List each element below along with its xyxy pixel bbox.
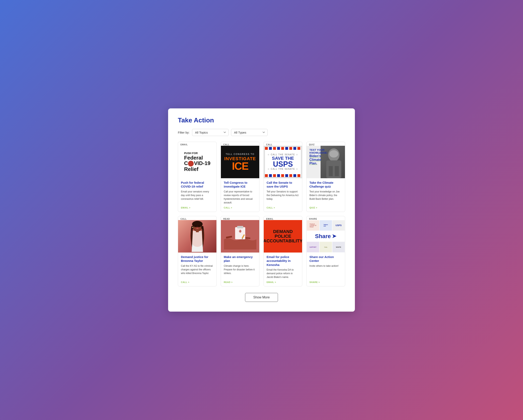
svg-point-13: [190, 226, 205, 247]
card-image-emergency: [221, 220, 259, 252]
share-arrow-icon: ➤: [332, 233, 336, 239]
card-covid: EMAIL PUSH FOR FederalCVID-19Relief Push…: [178, 142, 217, 212]
card-image-quiz: TEST YOURKNOWLEDGE: Biden'sClimatePlan.: [307, 146, 345, 178]
card-title-usps: Call the Senate to save the USPS: [267, 181, 299, 189]
quiz-text: TEST YOURKNOWLEDGE: Biden'sClimatePlan.: [310, 149, 328, 165]
quiz-biden-label: Biden'sClimatePlan.: [310, 154, 328, 165]
svg-rect-18: [237, 226, 243, 228]
usps-call-label: ☆ CALL THE SENATE ☆: [268, 153, 298, 156]
card-tag-police: EMAIL: [264, 216, 302, 220]
share-cell-3: USPS: [332, 220, 345, 231]
covid-push-label: PUSH FOR: [184, 152, 211, 155]
svg-rect-1: [326, 160, 341, 178]
card-body-police: Email for police accountability in Kenos…: [264, 252, 302, 286]
svg-point-9: [198, 226, 200, 227]
card-body-ice: Tell Congress to investigate ICE Call yo…: [221, 178, 259, 212]
card-title-emergency: Make an emergency plan: [224, 255, 256, 263]
svg-rect-3: [335, 166, 339, 176]
card-image-usps: ☆ CALL THE SENATE ☆ SAVE THE USPS ☆ CALL…: [264, 146, 302, 178]
card-ice: CALL TELL CONGRESS TO INVESTIGATE ICE Te…: [221, 142, 260, 212]
share-cell-6: WHITE: [332, 242, 345, 252]
covid-title-text: FederalCVID-19Relief: [184, 155, 211, 172]
topics-filter[interactable]: All Topics Climate Criminal Justice Heal…: [192, 129, 229, 136]
card-body-usps: Call the Senate to save the USPS Tell yo…: [264, 178, 302, 212]
card-tag-covid: EMAIL: [178, 142, 216, 146]
card-tag-share: SHARE: [307, 216, 345, 220]
card-desc-police: Email the Kenosha DA to demand police re…: [267, 268, 299, 279]
usps-logo-text: USPS: [268, 161, 298, 168]
card-title-share: Share our Action Center: [310, 255, 342, 263]
svg-point-11: [192, 227, 193, 228]
svg-point-4: [329, 150, 338, 158]
card-title-police: Email for police accountability in Kenos…: [267, 255, 299, 267]
card-title-ice: Tell Congress to investigate ICE: [224, 181, 256, 189]
card-desc-emergency: Climate change is here. Prepare for disa…: [224, 264, 256, 279]
card-image-share: FederalCOVID-19Relief VotersAct USPS Sha…: [307, 220, 345, 252]
share-word: Share: [315, 233, 331, 240]
card-title-breonna: Demand justice for Breonna Taylor: [181, 255, 213, 263]
card-link-usps[interactable]: CALL >: [267, 206, 299, 209]
svg-point-8: [195, 226, 196, 227]
card-image-covid: PUSH FOR FederalCVID-19Relief: [178, 146, 216, 178]
usps-border-top: [265, 147, 301, 150]
card-share: SHARE FederalCOVID-19Relief VotersAct US…: [306, 216, 345, 287]
card-quiz: QUIZ TEST YOURKNOWLEDGE: Biden'sClimateP…: [306, 142, 345, 212]
card-body-quiz: Take the Climate Challenge quiz Test you…: [307, 178, 345, 212]
svg-rect-2: [329, 166, 333, 176]
ice-sub-label: TELL CONGRESS TO: [226, 153, 255, 155]
card-desc-ice: Call your representative to review repor…: [224, 190, 256, 204]
quiz-test-label: TEST YOURKNOWLEDGE:: [310, 149, 328, 154]
cards-grid: EMAIL PUSH FOR FederalCVID-19Relief Push…: [178, 142, 345, 287]
page-title: Take Action: [178, 117, 345, 124]
card-tag-ice: CALL: [221, 142, 259, 146]
svg-rect-17: [235, 227, 245, 239]
card-link-emergency[interactable]: READ >: [224, 281, 256, 283]
card-desc-share: Invite others to take action!: [310, 264, 342, 279]
card-link-quiz[interactable]: QUIZ >: [310, 206, 342, 209]
card-link-breonna[interactable]: CALL >: [181, 281, 213, 283]
police-text: DEMANDPOLICEACCOUNTABILITY: [263, 229, 302, 243]
types-filter[interactable]: All Types Call Email Quiz Read Share: [231, 129, 268, 136]
card-title-covid: Push for federal COVID-19 relief: [181, 181, 213, 189]
ice-main-label: ICE: [232, 162, 248, 171]
card-image-breonna: [178, 220, 216, 252]
usps-call-label2: ☆ CALL THE SENATE ☆: [268, 168, 298, 170]
share-cell-2: VotersAct: [319, 220, 332, 231]
card-tag-quiz: QUIZ: [307, 142, 345, 146]
card-tag-emergency: READ: [221, 216, 259, 220]
card-link-covid[interactable]: EMAIL >: [181, 206, 213, 209]
card-body-covid: Push for federal COVID-19 relief Email y…: [178, 178, 216, 212]
emergency-plan-icon: [224, 223, 256, 250]
card-desc-quiz: Test your knowledge on Joe Biden's clima…: [310, 190, 342, 204]
card-link-share[interactable]: SHARE >: [310, 281, 342, 283]
card-title-quiz: Take the Climate Challenge quiz: [310, 181, 342, 189]
main-container: Take Action Filter by: All Topics Climat…: [168, 108, 355, 312]
share-cell-4: SUPPORT: [307, 242, 319, 252]
card-usps: CALL ☆ CALL THE SENATE ☆ SAVE THE USPS ☆…: [263, 142, 302, 212]
card-image-ice: TELL CONGRESS TO INVESTIGATE ICE: [221, 146, 259, 178]
card-emergency: READ: [221, 216, 260, 287]
card-link-ice[interactable]: CALL >: [224, 206, 256, 209]
usps-border-bottom: [265, 174, 301, 177]
virus-icon: [188, 161, 194, 166]
share-center: Share ➤: [307, 231, 345, 242]
card-link-police[interactable]: EMAIL >: [267, 281, 299, 283]
svg-rect-21: [240, 230, 241, 233]
card-desc-usps: Tell your Senators to support the Delive…: [267, 190, 299, 204]
card-body-breonna: Demand justice for Breonna Taylor Call t…: [178, 252, 216, 286]
svg-point-7: [192, 221, 203, 227]
card-desc-breonna: Call the KY AG to file criminal charges …: [181, 264, 213, 279]
svg-rect-20: [239, 230, 240, 233]
card-body-emergency: Make an emergency plan Climate change is…: [221, 252, 259, 286]
filter-label: Filter by:: [178, 131, 190, 134]
share-cell-5: Data: [319, 242, 332, 252]
card-tag-usps: CALL: [264, 142, 302, 146]
card-tag-breonna: CALL: [178, 216, 216, 220]
card-desc-covid: Email your senators every day until they…: [181, 190, 213, 204]
card-image-police: DEMANDPOLICEACCOUNTABILITY: [264, 220, 302, 252]
card-breonna: CALL: [178, 216, 217, 287]
breonna-figure-icon: [187, 220, 207, 252]
card-police: EMAIL DEMANDPOLICEACCOUNTABILITY Email f…: [263, 216, 302, 287]
show-more-button[interactable]: Show More: [245, 293, 278, 302]
show-more-section: Show More: [178, 293, 345, 302]
